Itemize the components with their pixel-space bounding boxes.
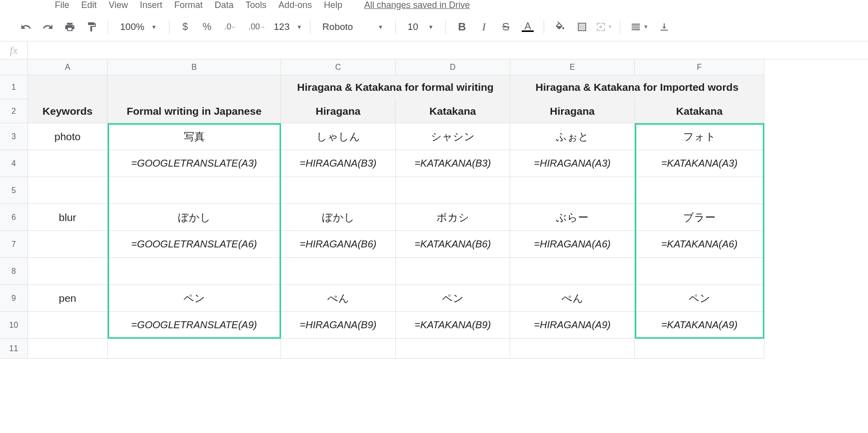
menu-insert[interactable]: Insert bbox=[140, 0, 162, 10]
menu-data[interactable]: Data bbox=[215, 0, 234, 10]
font-dropdown[interactable]: Roboto ▼ bbox=[315, 21, 390, 32]
cell-f11[interactable] bbox=[635, 339, 764, 359]
cell-f7[interactable]: =KATAKANA(A6) bbox=[635, 231, 764, 258]
cell-b8[interactable] bbox=[108, 258, 281, 285]
cell-f3[interactable]: フォト bbox=[635, 123, 764, 150]
cell-f5[interactable] bbox=[635, 177, 764, 204]
cell-e2[interactable]: Hiragana bbox=[510, 99, 635, 123]
cell-e10[interactable]: =HIRAGANA(A9) bbox=[510, 312, 635, 339]
increase-decimal-button[interactable]: .00→ bbox=[245, 18, 269, 36]
col-header-c[interactable]: C bbox=[281, 59, 396, 75]
cell-c5[interactable] bbox=[281, 177, 396, 204]
cell-f9[interactable]: ペン bbox=[635, 285, 764, 312]
cell-c9[interactable]: ぺん bbox=[281, 285, 396, 312]
cell-d10[interactable]: =KATAKANA(B9) bbox=[396, 312, 510, 339]
cell-b10[interactable]: =GOOGLETRANSLATE(A9) bbox=[108, 312, 281, 339]
cell-b7[interactable]: =GOOGLETRANSLATE(A6) bbox=[108, 231, 281, 258]
menu-edit[interactable]: Edit bbox=[81, 0, 97, 10]
cell-f4[interactable]: =KATAKANA(A3) bbox=[635, 150, 764, 177]
italic-button[interactable]: I bbox=[475, 18, 493, 36]
save-status[interactable]: All changes saved in Drive bbox=[364, 0, 470, 10]
cell-a7[interactable] bbox=[28, 231, 108, 258]
cell-a3[interactable]: photo bbox=[28, 123, 108, 150]
cell-d9[interactable]: ペン bbox=[396, 285, 510, 312]
cell-c10[interactable]: =HIRAGANA(B9) bbox=[281, 312, 396, 339]
cell-e4[interactable]: =HIRAGANA(A3) bbox=[510, 150, 635, 177]
cell-d8[interactable] bbox=[396, 258, 510, 285]
cell-f10[interactable]: =KATAKANA(A9) bbox=[635, 312, 764, 339]
row-header-11[interactable]: 11 bbox=[0, 339, 28, 359]
cell-d4[interactable]: =KATAKANA(B3) bbox=[396, 150, 510, 177]
fill-color-button[interactable] bbox=[551, 18, 569, 36]
cell-a4[interactable] bbox=[28, 150, 108, 177]
cell-e11[interactable] bbox=[510, 339, 635, 359]
cell-b6[interactable]: ぼかし bbox=[108, 204, 281, 231]
cell-c6[interactable]: ぼかし bbox=[281, 204, 396, 231]
cell-e6[interactable]: ぶらー bbox=[510, 204, 635, 231]
more-formats-dropdown[interactable]: 123 ▼ bbox=[271, 21, 305, 32]
col-header-d[interactable]: D bbox=[396, 59, 510, 75]
paint-format-button[interactable] bbox=[83, 18, 101, 36]
row-header-9[interactable]: 9 bbox=[0, 285, 28, 312]
row-header-8[interactable]: 8 bbox=[0, 258, 28, 285]
cell-d5[interactable] bbox=[396, 177, 510, 204]
horizontal-align-button[interactable]: ▼ bbox=[627, 18, 651, 36]
borders-button[interactable] bbox=[573, 18, 591, 36]
redo-button[interactable] bbox=[39, 18, 57, 36]
cell-d3[interactable]: シャシン bbox=[396, 123, 510, 150]
cell-e9[interactable]: ぺん bbox=[510, 285, 635, 312]
menu-addons[interactable]: Add-ons bbox=[279, 0, 312, 10]
col-header-b[interactable]: B bbox=[108, 59, 281, 75]
cell-b3[interactable]: 写真 bbox=[108, 123, 281, 150]
strikethrough-button[interactable]: S bbox=[497, 18, 515, 36]
row-header-1[interactable]: 1 bbox=[0, 75, 28, 99]
bold-button[interactable]: B bbox=[453, 18, 471, 36]
cell-f8[interactable] bbox=[635, 258, 764, 285]
menu-format[interactable]: Format bbox=[174, 0, 203, 10]
cell-b9[interactable]: ペン bbox=[108, 285, 281, 312]
col-header-e[interactable]: E bbox=[510, 59, 635, 75]
row-header-5[interactable]: 5 bbox=[0, 177, 28, 204]
cell-c11[interactable] bbox=[281, 339, 396, 359]
currency-button[interactable]: $ bbox=[176, 18, 194, 36]
formula-input[interactable] bbox=[28, 41, 868, 59]
decrease-decimal-button[interactable]: .0← bbox=[220, 18, 241, 36]
select-all-corner[interactable] bbox=[0, 59, 28, 75]
cell-b4[interactable]: =GOOGLETRANSLATE(A3) bbox=[108, 150, 281, 177]
cell-e5[interactable] bbox=[510, 177, 635, 204]
cell-b5[interactable] bbox=[108, 177, 281, 204]
zoom-dropdown[interactable]: 100% ▼ bbox=[113, 21, 164, 32]
cell-e3[interactable]: ふぉと bbox=[510, 123, 635, 150]
cell-e1-f1[interactable]: Hiragana & Katakana for Imported words bbox=[510, 75, 764, 99]
cell-e7[interactable]: =HIRAGANA(A6) bbox=[510, 231, 635, 258]
row-header-6[interactable]: 6 bbox=[0, 204, 28, 231]
cell-c1-d1[interactable]: Hiragana & Katakana for formal wiriting bbox=[281, 75, 510, 99]
row-header-4[interactable]: 4 bbox=[0, 150, 28, 177]
cell-c4[interactable]: =HIRAGANA(B3) bbox=[281, 150, 396, 177]
cell-a9[interactable]: pen bbox=[28, 285, 108, 312]
row-header-10[interactable]: 10 bbox=[0, 312, 28, 339]
row-header-3[interactable]: 3 bbox=[0, 123, 28, 150]
cell-a1[interactable] bbox=[28, 75, 108, 99]
cell-c3[interactable]: しゃしん bbox=[281, 123, 396, 150]
cell-a5[interactable] bbox=[28, 177, 108, 204]
undo-button[interactable] bbox=[17, 18, 35, 36]
percent-button[interactable]: % bbox=[198, 18, 216, 36]
cell-e8[interactable] bbox=[510, 258, 635, 285]
menu-help[interactable]: Help bbox=[324, 0, 342, 10]
menu-tools[interactable]: Tools bbox=[246, 0, 267, 10]
menu-view[interactable]: View bbox=[109, 0, 128, 10]
row-header-7[interactable]: 7 bbox=[0, 231, 28, 258]
cell-a8[interactable] bbox=[28, 258, 108, 285]
cell-a6[interactable]: blur bbox=[28, 204, 108, 231]
cell-c7[interactable]: =HIRAGANA(B6) bbox=[281, 231, 396, 258]
text-color-button[interactable]: A bbox=[519, 18, 537, 36]
col-header-f[interactable]: F bbox=[635, 59, 764, 75]
cell-c2[interactable]: Hiragana bbox=[281, 99, 396, 123]
cell-b2[interactable]: Formal writing in Japanese bbox=[108, 99, 281, 123]
font-size-dropdown[interactable]: 10 ▼ bbox=[401, 21, 440, 32]
cell-b1[interactable] bbox=[108, 75, 281, 99]
cell-a11[interactable] bbox=[28, 339, 108, 359]
cell-a10[interactable] bbox=[28, 312, 108, 339]
merge-cells-button[interactable]: ▼ bbox=[595, 18, 613, 36]
